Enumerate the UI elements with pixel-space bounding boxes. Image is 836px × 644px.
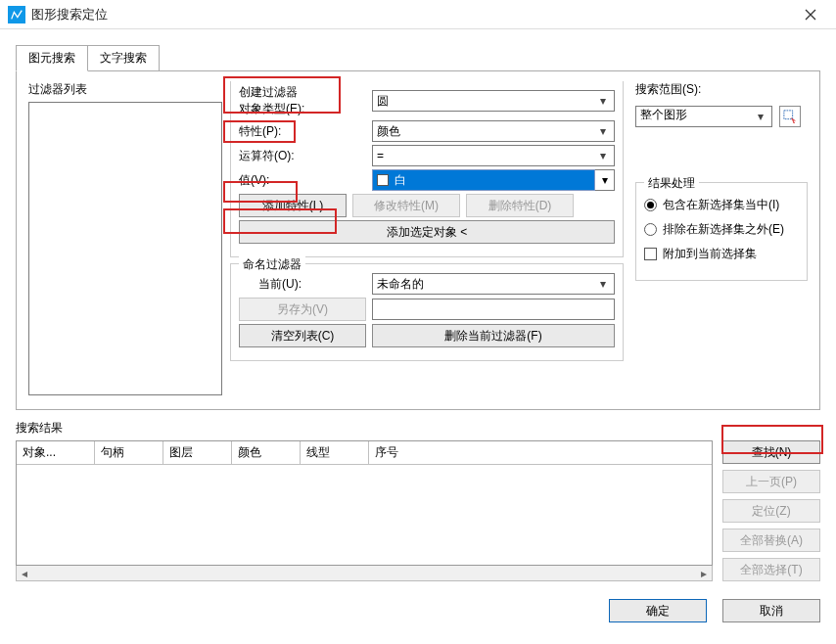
property-combo[interactable]: 颜色 ▾	[372, 120, 615, 142]
close-icon	[805, 9, 816, 21]
color-swatch-white	[377, 174, 389, 186]
filter-name-input[interactable]	[372, 299, 615, 320]
object-type-label: 对象类型(E):	[239, 101, 366, 117]
checkbox-append-selection[interactable]: 附加到当前选择集	[644, 246, 799, 262]
col-handle[interactable]: 句柄	[95, 441, 163, 464]
operator-combo[interactable]: = ▾	[372, 145, 615, 166]
radio-exclude-new-selection[interactable]: 排除在新选择集之外(E)	[644, 221, 799, 238]
object-type-combo[interactable]: 圆 ▾	[372, 90, 615, 112]
chevron-down-icon: ▾	[752, 108, 769, 125]
radio-include-new-selection[interactable]: 包含在新选择集当中(I)	[644, 197, 799, 213]
radio-icon	[644, 199, 657, 211]
add-property-button[interactable]: 添加特性(L)	[239, 194, 347, 217]
save-as-button[interactable]: 另存为(V)	[239, 298, 366, 321]
current-label: 当前(U):	[239, 276, 366, 293]
tab-text-search[interactable]: 文字搜索	[87, 45, 160, 70]
scroll-right-icon[interactable]: ▸	[696, 566, 712, 580]
named-filter-legend: 命名过滤器	[239, 256, 305, 273]
create-filter-group: 创建过滤器 对象类型(E): 圆 ▾ 特性(P): 颜色 ▾	[230, 81, 624, 257]
tab-element-search[interactable]: 图元搜索	[16, 45, 88, 71]
col-layer[interactable]: 图层	[163, 441, 232, 464]
value-label: 值(V):	[239, 172, 366, 189]
window-title: 图形搜索定位	[31, 6, 793, 23]
clear-list-button[interactable]: 清空列表(C)	[239, 324, 366, 347]
select-all-button[interactable]: 全部选择(T)	[722, 558, 820, 581]
col-linetype[interactable]: 线型	[301, 441, 369, 464]
locate-button[interactable]: 定位(Z)	[722, 499, 820, 523]
radio-icon	[644, 223, 657, 236]
delete-property-button[interactable]: 删除特性(D)	[466, 194, 574, 217]
results-hscroll[interactable]: ◂ ▸	[16, 566, 713, 581]
close-button[interactable]	[793, 0, 828, 29]
delete-current-filter-button[interactable]: 删除当前过滤器(F)	[372, 324, 615, 347]
checkbox-icon	[644, 248, 657, 260]
operator-label: 运算符(O):	[239, 148, 366, 164]
chevron-down-icon: ▾	[594, 275, 612, 293]
chevron-down-icon: ▾	[594, 92, 612, 110]
cancel-button[interactable]: 取消	[722, 599, 820, 622]
app-icon	[8, 6, 25, 23]
prev-page-button[interactable]: 上一页(P)	[722, 470, 820, 493]
col-index[interactable]: 序号	[369, 441, 712, 464]
property-label: 特性(P):	[239, 123, 366, 140]
col-object[interactable]: 对象...	[17, 441, 95, 464]
result-processing-group: 结果处理 包含在新选择集当中(I) 排除在新选择集之外(E) 附加到当前选择集	[635, 182, 808, 281]
pick-scope-button[interactable]	[779, 106, 801, 127]
filter-listbox[interactable]	[28, 102, 222, 395]
ok-button[interactable]: 确定	[609, 599, 707, 622]
find-button[interactable]: 查找(N)	[722, 440, 820, 464]
search-scope-label: 搜索范围(S):	[635, 81, 808, 98]
scroll-left-icon[interactable]: ◂	[17, 566, 32, 580]
search-scope-combo[interactable]: 整个图形 ▾	[635, 106, 772, 127]
named-filter-group: 命名过滤器 当前(U): 未命名的 ▾ 另存为(V) 清空列表(C) 删除当前过…	[230, 263, 624, 361]
create-filter-legend: 创建过滤器	[239, 84, 366, 101]
search-results-label: 搜索结果	[16, 420, 820, 437]
chevron-down-icon: ▾	[595, 169, 615, 191]
col-color[interactable]: 颜色	[232, 441, 301, 464]
chevron-down-icon: ▾	[594, 122, 612, 140]
value-color-combo[interactable]: 白 ▾	[372, 169, 615, 191]
selection-icon	[783, 110, 797, 123]
modify-property-button[interactable]: 修改特性(M)	[352, 194, 460, 217]
replace-all-button[interactable]: 全部替换(A)	[722, 529, 820, 552]
chevron-down-icon: ▾	[594, 147, 612, 164]
result-processing-legend: 结果处理	[644, 175, 699, 192]
results-table[interactable]: 对象... 句柄 图层 颜色 线型 序号	[16, 440, 713, 566]
filter-list-label: 过滤器列表	[28, 81, 222, 98]
add-selected-object-button[interactable]: 添加选定对象 <	[239, 220, 615, 244]
current-filter-combo[interactable]: 未命名的 ▾	[372, 273, 615, 295]
